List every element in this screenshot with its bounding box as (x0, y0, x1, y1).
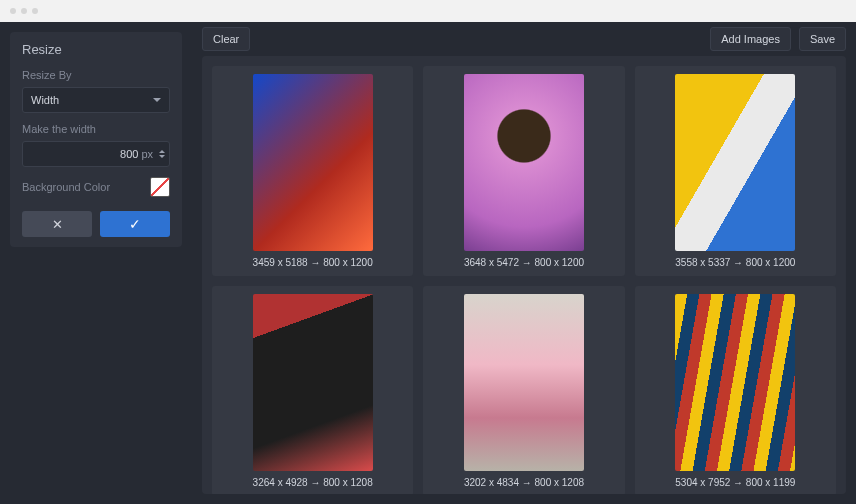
width-value: 800 (31, 148, 141, 160)
traffic-light-dot (10, 8, 16, 14)
add-images-button[interactable]: Add Images (710, 27, 791, 51)
window-titlebar (0, 0, 856, 22)
close-icon: ✕ (52, 218, 63, 231)
image-caption: 3264 x 4928 → 800 x 1208 (253, 477, 373, 488)
chevron-down-icon[interactable] (159, 155, 165, 158)
image-thumbnail (464, 294, 584, 471)
image-thumbnail (253, 294, 373, 471)
cancel-button[interactable]: ✕ (22, 211, 92, 237)
sidebar: Resize Resize By Width Make the width 80… (0, 22, 192, 504)
resize-by-select[interactable]: Width (22, 87, 170, 113)
clear-button[interactable]: Clear (202, 27, 250, 51)
traffic-light-dot (21, 8, 27, 14)
image-caption: 3459 x 5188 → 800 x 1200 (253, 257, 373, 268)
toolbar: Clear Add Images Save (192, 22, 856, 56)
image-caption: 3648 x 5472 → 800 x 1200 (464, 257, 584, 268)
image-thumbnail (675, 74, 795, 251)
resize-by-value: Width (31, 94, 59, 106)
image-card[interactable]: 3264 x 4928 → 800 x 1208 (212, 286, 413, 494)
save-button[interactable]: Save (799, 27, 846, 51)
image-thumbnail (675, 294, 795, 471)
image-thumbnail (253, 74, 373, 251)
width-input[interactable]: 800 px (22, 141, 170, 167)
resize-panel: Resize Resize By Width Make the width 80… (10, 32, 182, 247)
check-icon: ✓ (129, 217, 141, 231)
image-card[interactable]: 3648 x 5472 → 800 x 1200 (423, 66, 624, 276)
image-caption: 5304 x 7952 → 800 x 1199 (675, 477, 795, 488)
make-width-label: Make the width (22, 123, 170, 135)
traffic-light-dot (32, 8, 38, 14)
width-unit: px (141, 148, 159, 160)
image-card[interactable]: 3459 x 5188 → 800 x 1200 (212, 66, 413, 276)
confirm-button[interactable]: ✓ (100, 211, 170, 237)
chevron-down-icon (153, 98, 161, 102)
resize-by-label: Resize By (22, 69, 170, 81)
image-card[interactable]: 3558 x 5337 → 800 x 1200 (635, 66, 836, 276)
image-caption: 3202 x 4834 → 800 x 1208 (464, 477, 584, 488)
main-area: Clear Add Images Save 3459 x 5188 → 800 … (192, 22, 856, 504)
panel-title: Resize (22, 42, 170, 57)
chevron-up-icon[interactable] (159, 150, 165, 153)
image-card[interactable]: 5304 x 7952 → 800 x 1199 (635, 286, 836, 494)
bgcolor-swatch[interactable] (150, 177, 170, 197)
bgcolor-label: Background Color (22, 181, 110, 193)
image-thumbnail (464, 74, 584, 251)
quantity-stepper[interactable] (159, 150, 165, 158)
image-caption: 3558 x 5337 → 800 x 1200 (675, 257, 795, 268)
image-card[interactable]: 3202 x 4834 → 800 x 1208 (423, 286, 624, 494)
image-grid: 3459 x 5188 → 800 x 12003648 x 5472 → 80… (202, 56, 846, 494)
